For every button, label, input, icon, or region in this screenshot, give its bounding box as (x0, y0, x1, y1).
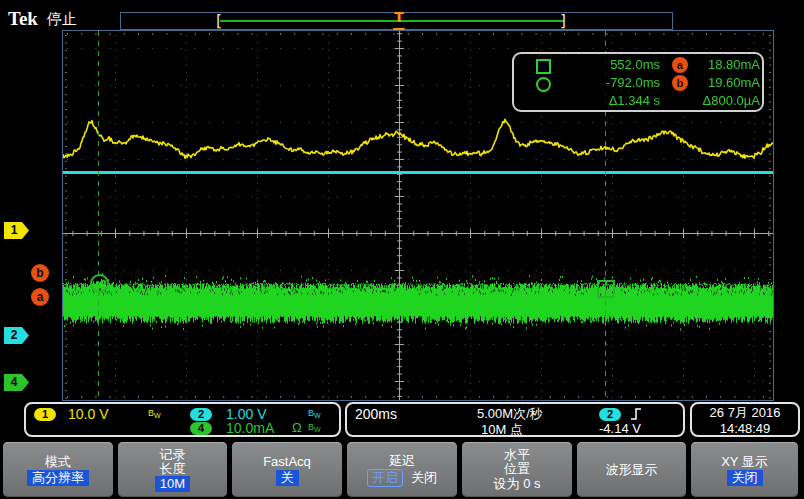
circle-cursor-icon (536, 77, 551, 92)
cursor-b-line[interactable] (98, 31, 99, 400)
tek-logo: Tek (8, 8, 38, 30)
menu-button-delay[interactable]: 延迟 开启 关闭 (347, 442, 457, 497)
cursor-b-level-badge[interactable]: b (31, 264, 49, 282)
menu-button-mode[interactable]: 模式 高分辨率 (3, 442, 113, 497)
channel1-scale: 10.0 V (68, 406, 108, 422)
cursor-b-badge: b (672, 75, 688, 91)
channel4-ground-marker[interactable]: 4 (4, 374, 29, 391)
oscilloscope-screen: Tek 停止 [ ] T 1 2 4 b a 552.0ms a 18.80mA… (0, 0, 804, 499)
channel2-badge[interactable]: 2 (190, 408, 212, 421)
channel4-scale: 10.0mA (226, 420, 274, 436)
cursor-delta-value: Δ800.0µA (674, 93, 760, 108)
menu-fastacq-title: FastAcq (263, 454, 311, 470)
menu-hpos-title2: 位置 (504, 462, 530, 476)
channel-readout-box[interactable]: 1 10.0 V BW 2 1.00 V BW 4 10.0mA Ω BW (24, 402, 341, 437)
channel1-ground-marker[interactable]: 1 (4, 222, 29, 239)
time-label: 14:48:49 (692, 421, 798, 436)
channel1-bandwidth-icon: BW (148, 408, 161, 419)
menu-button-waveform-display[interactable]: 波形显示 (577, 442, 686, 497)
trigger-level: -4.14 V (599, 421, 641, 436)
channel2-ground-marker[interactable]: 2 (4, 327, 29, 344)
cursor-a-marker-icon[interactable] (597, 280, 615, 298)
menu-button-xy-display[interactable]: XY 显示 关闭 (691, 442, 798, 497)
cursor-a-level-badge[interactable]: a (31, 288, 49, 306)
channel4-bandwidth-icon: BW (308, 422, 321, 433)
trigger-position-icon[interactable]: T (391, 9, 407, 25)
record-length: 10M 点 (481, 421, 523, 439)
date-label: 26 7月 2016 (692, 405, 798, 420)
menu-record-title1: 记录 (160, 448, 186, 462)
cursor-a-value: 18.80mA (692, 57, 760, 72)
horizontal-scale: 200ms (355, 406, 397, 422)
channel4-badge[interactable]: 4 (190, 422, 212, 435)
trigger-source-badge[interactable]: 2 (599, 408, 621, 421)
menu-button-record-length[interactable]: 记录 长度 10M (118, 442, 227, 497)
channel4-impedance: Ω (292, 420, 302, 435)
rising-edge-icon (629, 407, 643, 421)
menu-xy-title: XY 显示 (721, 454, 768, 470)
menu-button-horizontal-position[interactable]: 水平 位置 设为 0 s (462, 442, 572, 497)
channel1-badge[interactable]: 1 (34, 408, 56, 421)
channel2-bandwidth-icon: BW (308, 408, 321, 419)
cursor-b-marker-icon[interactable] (90, 274, 109, 293)
menu-delay-title: 延迟 (389, 453, 415, 469)
cursor-b-value: 19.60mA (692, 75, 760, 90)
menu-wavedisp-title: 波形显示 (606, 462, 658, 478)
cursor-b-time: -792.0ms (562, 75, 660, 90)
menu-hpos-title1: 水平 (504, 448, 530, 462)
menu-mode-value: 高分辨率 (27, 470, 89, 486)
cursor-delta-row: Δ1.344 s Δ800.0µA (514, 93, 762, 110)
expansion-right-bracket[interactable]: ] (559, 13, 568, 29)
menu-fastacq-value: 关 (276, 470, 299, 486)
menu-xy-value: 关闭 (727, 470, 763, 486)
acquisition-status: 停止 (47, 10, 77, 29)
bottom-menu-bar: 模式 高分辨率 记录 长度 10M FastAcq 关 延迟 开启 关闭 水平 … (0, 440, 804, 499)
cursor-a-badge: a (672, 57, 688, 73)
menu-record-value: 10M (155, 476, 190, 492)
menu-delay-on-option[interactable]: 开启 (367, 469, 403, 487)
menu-button-fastacq[interactable]: FastAcq 关 (232, 442, 342, 497)
datetime-box: 26 7月 2016 14:48:49 (690, 402, 800, 437)
menu-delay-off-option[interactable]: 关闭 (411, 470, 437, 486)
cursor-delta-time: Δ1.344 s (562, 93, 660, 108)
square-cursor-icon (536, 59, 551, 74)
menu-mode-title: 模式 (45, 454, 71, 470)
cursor-a-time: 552.0ms (562, 57, 660, 72)
cursor-a-row: 552.0ms a 18.80mA (514, 57, 762, 74)
cursor-b-row: -792.0ms b 19.60mA (514, 75, 762, 92)
expansion-left-bracket[interactable]: [ (214, 13, 223, 29)
menu-record-title2: 长度 (160, 462, 186, 476)
horizontal-trigger-readout-box: 200ms 5.00M次/秒 10M 点 2 -4.14 V (345, 402, 685, 437)
menu-hpos-title3: 设为 0 s (494, 476, 541, 492)
cursor-readout-box: 552.0ms a 18.80mA -792.0ms b 19.60mA Δ1.… (512, 52, 764, 112)
